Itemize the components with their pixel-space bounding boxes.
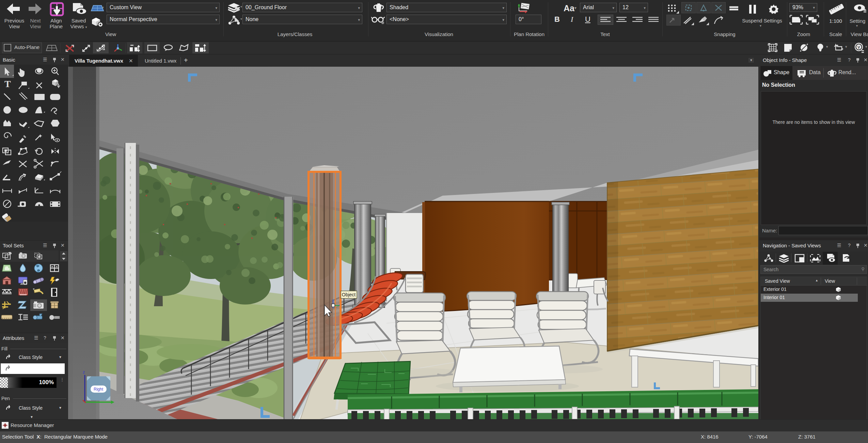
svg-text:z: z <box>83 370 85 375</box>
svg-text:T: T <box>4 79 11 89</box>
svg-text:Right: Right <box>94 387 104 392</box>
svg-text:V: V <box>857 45 860 49</box>
svg-text:Object: Object <box>342 292 356 297</box>
